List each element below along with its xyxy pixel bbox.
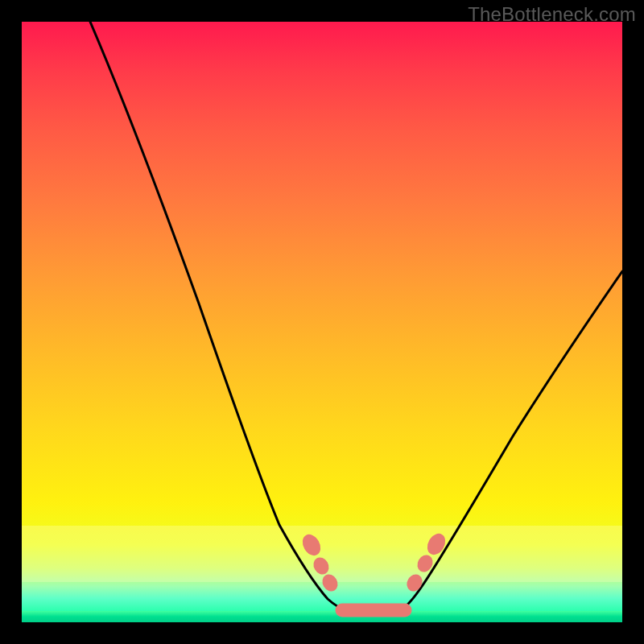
left-curve [90,22,348,611]
right-marker-3 [423,530,448,558]
left-marker-1 [299,531,324,559]
left-marker-3 [320,572,341,594]
chart-plot-area [22,22,622,622]
curve-overlay [22,22,622,622]
watermark-text: TheBottleneck.com [468,3,636,26]
right-marker-1 [404,572,426,594]
left-marker-2 [311,555,332,577]
